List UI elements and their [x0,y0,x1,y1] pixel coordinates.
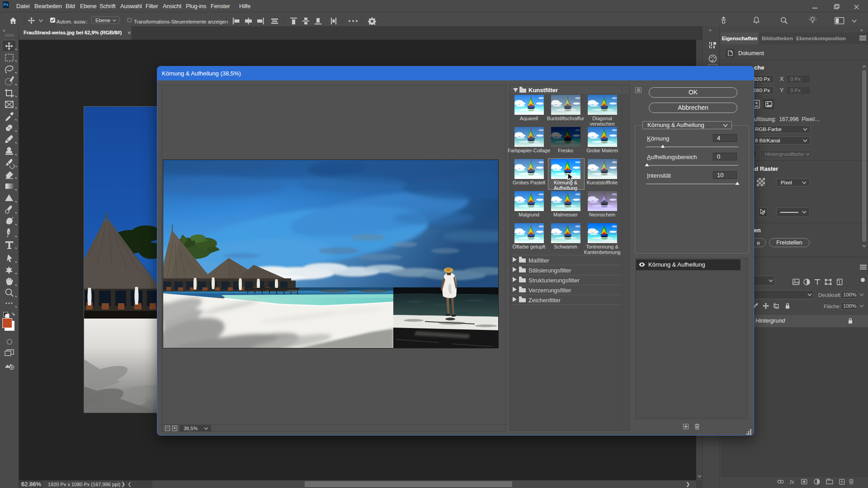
svg-text:fx: fx [790,479,795,485]
